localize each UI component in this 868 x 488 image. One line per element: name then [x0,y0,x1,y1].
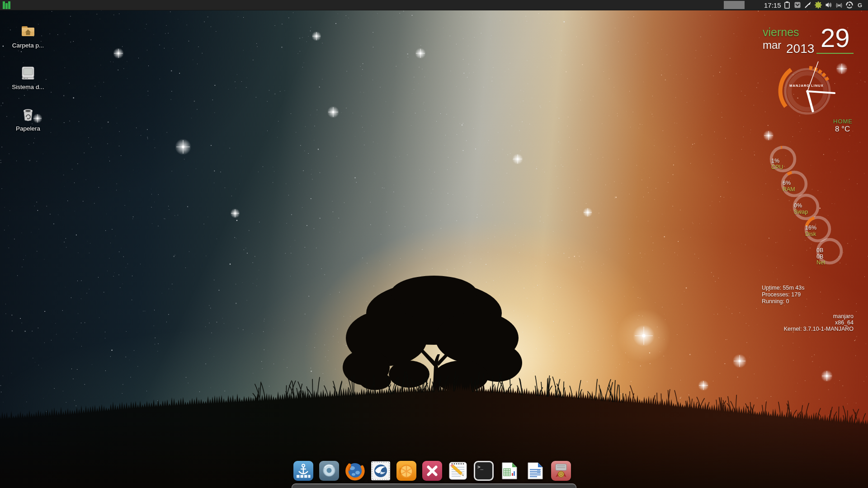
dock-item-chromium[interactable] [319,461,339,481]
hidden-window-edge[interactable] [292,483,576,488]
processes-text: Processes: 179 [762,291,804,298]
firefox-icon [345,461,365,481]
network-wireless-icon[interactable] [835,1,843,9]
home-folder-icon [20,23,36,39]
notes-icon [448,461,468,481]
manjaro-menu-icon[interactable] [3,1,10,9]
conky-month: mar [763,39,781,52]
docky-anchor-icon [293,461,313,481]
desktop-icon-label: Papelera [5,125,52,132]
package-manager-icon [551,461,571,481]
filesystem-icon [20,65,36,80]
paintbrush-icon[interactable] [804,1,812,9]
libreoffice-calc-icon [500,461,519,481]
grass-hill [0,0,868,488]
dock-item-clementine[interactable] [396,461,416,481]
dock-item-terminal[interactable]: >_ [474,461,494,481]
conky-weekday: viernes [763,26,799,39]
dock-item-thunderbird[interactable] [371,461,391,481]
notification-star-icon[interactable] [814,1,822,9]
clementine-icon [396,461,416,481]
desktop-icon-home-folder[interactable]: Carpeta p... [5,23,52,49]
clipboard-icon[interactable] [783,1,791,9]
weather-location: HOME [833,118,853,125]
dock-item-firefox[interactable] [345,461,365,481]
gauge-disk: 16% Disk [805,225,816,237]
svg-text:>_: >_ [477,464,484,470]
xbmc-icon [422,461,442,481]
dock-item-notes[interactable] [448,461,468,481]
terminal-icon: >_ [474,461,494,481]
dock: >_ [293,461,571,481]
dock-item-libreoffice-writer[interactable] [525,461,545,481]
clock-brand-text: MANJARO LINUX [789,84,824,88]
dock-item-libreoffice-calc[interactable] [500,461,519,481]
top-panel: 17:15 [0,0,868,10]
gauge-net: 0B 0B Net [816,248,825,266]
package-box-icon[interactable] [793,1,802,9]
chromium-icon [319,461,339,481]
weather-temperature: 8 °C [835,125,850,134]
desktop-icon-label: Carpeta p... [5,42,52,49]
trash-icon [20,107,36,122]
uptime-text: Uptime: 55m 43s [762,285,804,291]
panel-clock[interactable]: 17:15 [764,1,781,9]
workspace-switcher[interactable] [724,1,745,9]
dock-item-docky[interactable] [293,461,313,481]
conky-stats: Uptime: 55m 43s Processes: 179 Running: … [762,285,804,305]
desktop-icon-label: Sistema d... [5,84,52,90]
svg-text:G: G [858,2,862,9]
desktop-icon-filesystem[interactable]: Sistema d... [5,65,52,90]
conky-day: 29 [821,23,850,53]
libreoffice-writer-icon [525,461,545,481]
running-text: Running: 0 [762,298,804,305]
system-tray: G [783,1,864,9]
kernel-text: Kernel: 3.7.10-1-MANJARO [784,326,854,332]
thunderbird-icon [371,461,391,481]
gauge-cpu: 1% CPU [771,158,783,170]
volume-icon[interactable] [825,1,833,9]
distro-text: manjaro [784,313,854,319]
fan-swirl-icon[interactable] [845,1,854,9]
desktop-icon-trash[interactable]: Papelera [5,107,52,132]
desktop: Carpeta p... Sistema d... Papelera [0,0,868,488]
gauge-swap: 0% Swap [794,203,808,215]
conky-system-info: manjaro x86_64 Kernel: 3.7.10-1-MANJARO [784,313,854,332]
gauge-ram: 6% RAM [783,180,795,192]
arch-text: x86_64 [784,319,854,326]
dock-item-package-manager[interactable] [551,461,571,481]
dock-item-xbmc[interactable] [422,461,442,481]
session-g-icon[interactable]: G [856,1,864,9]
